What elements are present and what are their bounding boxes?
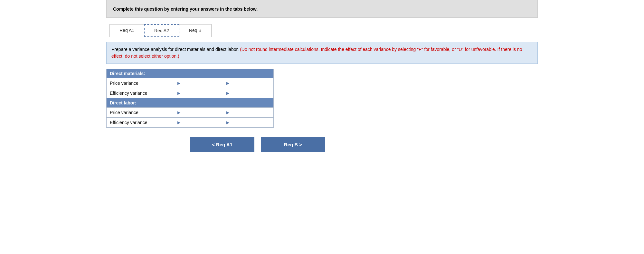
section-header-direct-materials: Direct materials: [107, 69, 274, 78]
tabs-container: Req A1 Req A2 Req B [109, 24, 538, 37]
dl-efficiency-arrow1: ▶ [176, 120, 182, 125]
dm-efficiency-value1-cell: ▶ [176, 88, 225, 98]
dm-efficiency-arrow1: ▶ [176, 91, 182, 95]
dm-price-value1-cell: ▶ [176, 78, 225, 88]
dl-price-value2-cell: ▶ [225, 108, 273, 118]
table-row: Efficiency variance ▶ ▶ [107, 88, 274, 98]
nav-buttons-container: < Req A1 Req B > [190, 137, 538, 152]
dl-efficiency-input1[interactable] [182, 118, 224, 127]
dm-efficiency-value2-cell: ▶ [225, 88, 273, 98]
dl-price-input2[interactable] [231, 108, 273, 117]
info-static-text: Prepare a variance analysis for direct m… [111, 47, 239, 52]
table-row: Price variance ▶ ▶ [107, 108, 274, 118]
dm-efficiency-arrow2: ▶ [225, 91, 231, 95]
tab-req-b[interactable]: Req B [179, 24, 212, 37]
section-label-direct-labor: Direct labor: [107, 98, 274, 108]
dl-efficiency-arrow2: ▶ [225, 120, 231, 125]
tab-req-a1[interactable]: Req A1 [109, 24, 144, 37]
section-label-direct-materials: Direct materials: [107, 69, 274, 78]
table-row: Efficiency variance ▶ ▶ [107, 118, 274, 128]
dm-price-arrow1: ▶ [176, 81, 182, 85]
dl-price-input1[interactable] [182, 108, 224, 117]
dl-price-arrow1: ▶ [176, 110, 182, 115]
nav-btn-req-b[interactable]: Req B > [261, 137, 325, 152]
nav-btn-req-a1[interactable]: < Req A1 [190, 137, 254, 152]
table-row: Price variance ▶ ▶ [107, 78, 274, 88]
dm-price-value2-cell: ▶ [225, 78, 273, 88]
dl-efficiency-input2[interactable] [231, 118, 273, 127]
dl-efficiency-label: Efficiency variance [107, 118, 176, 128]
section-header-direct-labor: Direct labor: [107, 98, 274, 108]
dl-price-value1-cell: ▶ [176, 108, 225, 118]
dm-efficiency-input1[interactable] [182, 89, 224, 97]
dm-price-input2[interactable] [231, 79, 273, 87]
dm-price-input1[interactable] [182, 79, 224, 87]
instruction-text: Complete this question by entering your … [113, 6, 258, 12]
variance-table: Direct materials: Price variance ▶ ▶ Eff… [106, 69, 274, 128]
tab-req-a2[interactable]: Req A2 [144, 24, 179, 37]
dl-efficiency-value1-cell: ▶ [176, 118, 225, 128]
instruction-banner: Complete this question by entering your … [106, 0, 538, 18]
dm-efficiency-label: Efficiency variance [107, 88, 176, 98]
dl-price-label: Price variance [107, 108, 176, 118]
dl-efficiency-value2-cell: ▶ [225, 118, 273, 128]
info-box: Prepare a variance analysis for direct m… [106, 42, 538, 64]
dl-price-arrow2: ▶ [225, 110, 231, 115]
dm-price-arrow2: ▶ [225, 81, 231, 85]
dm-efficiency-input2[interactable] [231, 89, 273, 97]
dm-price-label: Price variance [107, 78, 176, 88]
